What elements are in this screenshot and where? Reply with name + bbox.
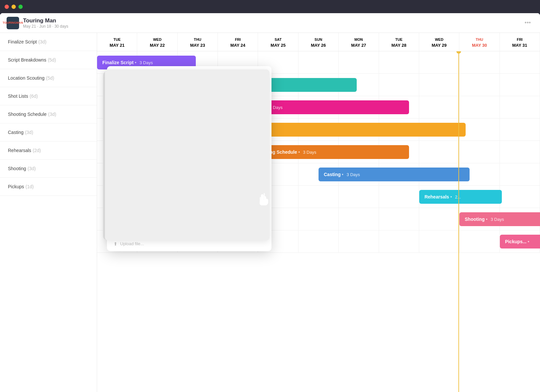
gantt-cell-0-8 [419, 51, 459, 73]
cal-day-2: THUMAY 23 [178, 33, 218, 51]
gantt-cell-3-7 [379, 118, 419, 141]
task-item-4[interactable]: Add a task... [114, 163, 265, 174]
tasks-count: 1/5 [135, 116, 140, 119]
gantt-cell-8-5 [298, 230, 339, 252]
attach-name-0[interactable]: Touring Man Screenplay.pdf [131, 200, 205, 205]
modal-date: Jan 7, 2018 [152, 99, 173, 103]
project-logo: TOURING MAN [7, 17, 19, 29]
gantt-cell-7-5 [298, 208, 339, 230]
header-menu-button[interactable]: ••• [522, 18, 533, 28]
gantt-cell-7-8 [419, 208, 459, 230]
gantt-cell-2-9 [459, 96, 500, 118]
modal-menu-button[interactable]: ⋮ [259, 72, 265, 79]
maximize-button[interactable] [18, 5, 23, 9]
gantt-cell-4-5 [298, 141, 339, 163]
paperclip-icon: 📎 [114, 184, 119, 189]
sidebar-item-3[interactable]: Shot Lists (6d) [0, 87, 97, 105]
cal-day-7: TUEMAY 28 [379, 33, 419, 51]
sidebar-item-5[interactable]: Casting (3d) [0, 123, 97, 142]
gantt-cell-8-6 [339, 230, 379, 252]
gantt-cell-0-10 [500, 51, 540, 73]
gantt-area: TUEMAY 21WEDMAY 22THUMAY 23FRIMAY 24SATM… [97, 33, 540, 392]
upload-label: Upload file... [120, 241, 144, 246]
sidebar: Finalize Script (3d)Script Breakdowns (5… [0, 33, 97, 392]
task-check-3[interactable] [114, 155, 120, 161]
task-check-1[interactable]: ✓ [114, 135, 120, 142]
attach-thumb-1: DOCX [114, 216, 127, 230]
gantt-cell-5-9 [459, 163, 500, 185]
gantt-cell-5-6 [339, 163, 379, 185]
modal-card[interactable]: Day 1 Call Sheet Feedback and General Up… [107, 66, 271, 251]
gantt-cell-5-10 [500, 163, 540, 185]
task-item-3: Sound can also park near the house [114, 153, 265, 163]
gantt-cell-4-6 [339, 141, 379, 163]
gantt-cell-6-7 [379, 186, 419, 208]
gantt-cell-1-7 [379, 74, 419, 96]
sidebar-item-7[interactable]: Shooting (3d) [0, 160, 97, 178]
attachments-count: 2 [153, 185, 155, 189]
gantt-cell-8-7 [379, 230, 419, 252]
gantt-cell-6-9 [459, 186, 500, 208]
tasks-list: ✓ Advertising Production Specialist shou… [114, 123, 265, 174]
gantt-cell-4-10 [500, 141, 540, 163]
upload-area[interactable]: ⬆ Upload file... [107, 238, 271, 251]
gantt-cell-3-5 [298, 118, 339, 141]
gantt-cell-3-8 [419, 118, 459, 141]
tasks-label: TASKS [119, 116, 133, 119]
modal-breadcrumb: in Call Sheet > Day 1 of Touring Man [125, 80, 249, 84]
task-check-2[interactable]: ✓ [114, 145, 120, 151]
task-item-1: ✓ Matt Garrison's title should be Lead C… [114, 133, 265, 143]
sidebar-item-0[interactable]: Finalize Script (3d) [0, 33, 97, 51]
sidebar-item-1[interactable]: Script Breakdowns (5d) [0, 51, 97, 69]
modal-title: Day 1 Call Sheet Feedback and General Up… [125, 72, 249, 79]
attach-date-0: June 34 @ 9:41am [231, 201, 265, 205]
task-item-2: ✓ Alison Beal's contact needs to be edit… [114, 143, 265, 153]
attachments-label: ATTACHMENTS [121, 185, 151, 189]
modal-header: Day 1 Call Sheet Feedback and General Up… [107, 66, 271, 88]
gantt-cell-5-8 [419, 163, 459, 185]
calendar-icon [114, 73, 121, 80]
gantt-cell-7-9 [459, 208, 500, 230]
gantt-cell-1-10 [500, 74, 540, 96]
attach-name-1[interactable]: Touring Man Schedule.docx [131, 221, 203, 225]
gantt-cell-8-8 [419, 230, 459, 252]
modal-description[interactable]: Add a description (optional)... [107, 88, 271, 96]
sidebar-item-6[interactable]: Rehearsals (2d) [0, 142, 97, 160]
sidebar-item-2[interactable]: Location Scouting (5d) [0, 69, 97, 87]
cal-day-3: FRIMAY 24 [218, 33, 258, 51]
sidebar-item-8[interactable]: Pickups (1d) [0, 178, 97, 196]
breadcrumb-link[interactable]: Day 1 of Touring Man [152, 80, 189, 84]
close-button[interactable] [5, 5, 9, 9]
modal-avatars: A B C Jan 7, 2018 [107, 96, 271, 110]
gantt-cell-2-10 [500, 96, 540, 118]
gantt-cell-0-5 [298, 51, 339, 73]
task-check-0[interactable]: ✓ [114, 125, 120, 132]
gantt-cell-2-7 [379, 96, 419, 118]
gantt-cell-3-10 [500, 118, 540, 141]
attach-thumb-0: PDF [114, 196, 127, 210]
task-text-0: Advertising Production Specialist should… [123, 126, 233, 131]
gantt-cell-4-9 [459, 141, 500, 163]
gantt-cell-7-10 [500, 208, 540, 230]
project-info: Touring Man May 21 · Jun 18 · 30 days [23, 17, 522, 29]
attachment-1[interactable]: DOCX Touring Man Schedule.docx 3.23 mb J… [114, 213, 265, 233]
gantt-cell-1-5 [298, 74, 339, 96]
task-text-1: Matt Garrison's title should be Lead Cre… [123, 136, 226, 141]
add-task-text[interactable]: Add a task... [114, 165, 147, 173]
attachments-list: PDF Touring Man Screenplay.pdf 2.5 mb Ju… [114, 193, 265, 233]
attach-size-0: 2.5 mb [209, 201, 221, 205]
app-container: TOURING MAN Touring Man May 21 · Jun 18 … [0, 13, 540, 392]
gantt-cell-1-9 [459, 74, 500, 96]
gantt-cell-5-5 [298, 163, 339, 185]
gantt-cell-6-5 [298, 186, 339, 208]
gantt-cell-5-7 [379, 163, 419, 185]
sidebar-item-4[interactable]: Shooting Schedule (3d) [0, 105, 97, 123]
minimize-button[interactable] [12, 5, 16, 9]
gantt-cell-4-8 [419, 141, 459, 163]
attachment-0[interactable]: PDF Touring Man Screenplay.pdf 2.5 mb Ju… [114, 193, 265, 213]
gantt-cell-8-9 [459, 230, 500, 252]
cal-day-5: SUNMAY 26 [298, 33, 339, 51]
svg-rect-0 [115, 74, 119, 79]
attach-size-1: 3.23 mb [207, 221, 221, 225]
gantt-cell-7-6 [339, 208, 379, 230]
